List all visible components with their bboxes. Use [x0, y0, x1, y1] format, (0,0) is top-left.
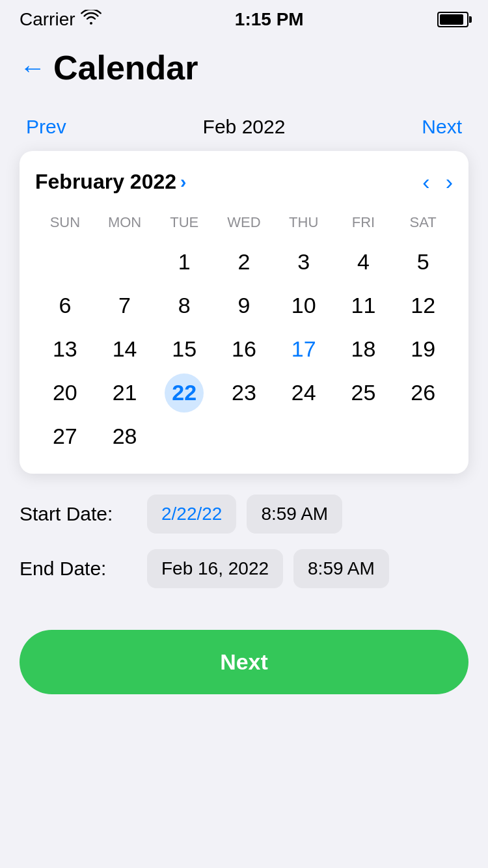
calendar-day-23[interactable]: 23	[214, 371, 274, 414]
end-date-row: End Date: Feb 16, 2022 8:59 AM	[20, 549, 468, 588]
month-nav-bar: Prev Feb 2022 Next	[0, 103, 488, 151]
calendar-day-14[interactable]: 14	[95, 327, 155, 371]
calendar-day-10[interactable]: 10	[274, 284, 334, 327]
calendar-day-empty	[274, 414, 334, 458]
calendar-header: February 2022 › ‹ ›	[35, 169, 453, 195]
weekday-sat: SAT	[393, 210, 453, 235]
calendar-day-15[interactable]: 15	[154, 327, 214, 371]
calendar-day-25[interactable]: 25	[334, 371, 394, 414]
calendar-day-empty	[393, 414, 453, 458]
date-fields: Start Date: 2/22/22 8:59 AM End Date: Fe…	[0, 474, 488, 588]
prev-month-button[interactable]: Prev	[26, 116, 66, 138]
next-month-button[interactable]: Next	[422, 116, 462, 138]
calendar-weekdays: SUN MON TUE WED THU FRI SAT	[35, 210, 453, 235]
calendar-day-18[interactable]: 18	[334, 327, 394, 371]
calendar-day-20[interactable]: 20	[35, 371, 95, 414]
calendar-day-13[interactable]: 13	[35, 327, 95, 371]
calendar-day-28[interactable]: 28	[95, 414, 155, 458]
weekday-wed: WED	[214, 210, 274, 235]
end-date-value[interactable]: Feb 16, 2022	[147, 549, 283, 588]
start-date-row: Start Date: 2/22/22 8:59 AM	[20, 495, 468, 534]
calendar-day-5[interactable]: 5	[393, 240, 453, 284]
calendar-day-2[interactable]: 2	[214, 240, 274, 284]
status-time: 1:15 PM	[235, 9, 304, 30]
start-date-value[interactable]: 2/22/22	[147, 495, 236, 534]
back-button[interactable]: ←	[20, 55, 46, 81]
weekday-thu: THU	[274, 210, 334, 235]
calendar-prev-button[interactable]: ‹	[422, 169, 429, 195]
battery-icon	[437, 12, 468, 27]
next-button-container: Next	[0, 604, 488, 720]
header: ← Calendar	[0, 35, 488, 103]
calendar-day-16[interactable]: 16	[214, 327, 274, 371]
start-time-value[interactable]: 8:59 AM	[247, 495, 342, 534]
weekday-fri: FRI	[334, 210, 394, 235]
weekday-mon: MON	[95, 210, 155, 235]
carrier: Carrier	[20, 9, 102, 30]
calendar-popup: February 2022 › ‹ › SUN MON TUE WED THU …	[20, 151, 468, 474]
calendar-day-9[interactable]: 9	[214, 284, 274, 327]
weekday-tue: TUE	[154, 210, 214, 235]
calendar-day-empty	[334, 414, 394, 458]
calendar-day-17-today[interactable]: 17	[274, 327, 334, 371]
calendar-day-22-selected[interactable]: 22	[154, 371, 214, 414]
calendar-day-27[interactable]: 27	[35, 414, 95, 458]
wifi-icon	[81, 9, 102, 30]
calendar-day-empty	[154, 414, 214, 458]
end-time-value[interactable]: 8:59 AM	[293, 549, 389, 588]
start-date-label: Start Date:	[20, 503, 137, 525]
calendar-nav: ‹ ›	[422, 169, 453, 195]
calendar-day-4[interactable]: 4	[334, 240, 394, 284]
weekday-sun: SUN	[35, 210, 95, 235]
calendar-day-empty	[95, 240, 155, 284]
calendar-day-26[interactable]: 26	[393, 371, 453, 414]
next-button[interactable]: Next	[20, 630, 468, 694]
calendar-day-8[interactable]: 8	[154, 284, 214, 327]
calendar-day-6[interactable]: 6	[35, 284, 95, 327]
calendar-day-12[interactable]: 12	[393, 284, 453, 327]
status-bar: Carrier 1:15 PM	[0, 0, 488, 35]
calendar-day-24[interactable]: 24	[274, 371, 334, 414]
calendar-grid: 1 2 3 4 5 6 7 8 9 10 11 12 13 14 15 16 1…	[35, 240, 453, 458]
calendar-month-chevron-icon[interactable]: ›	[180, 172, 186, 193]
calendar-day-21[interactable]: 21	[95, 371, 155, 414]
page-title: Calendar	[53, 48, 198, 87]
calendar-day-19[interactable]: 19	[393, 327, 453, 371]
calendar-day-3[interactable]: 3	[274, 240, 334, 284]
calendar-day-7[interactable]: 7	[95, 284, 155, 327]
calendar-month-title: February 2022 ›	[35, 170, 186, 194]
end-date-label: End Date:	[20, 558, 137, 580]
month-nav-label: Feb 2022	[203, 116, 286, 138]
calendar-day-empty	[214, 414, 274, 458]
calendar-day-empty	[35, 240, 95, 284]
battery-fill	[440, 14, 463, 25]
calendar-day-1[interactable]: 1	[154, 240, 214, 284]
calendar-next-button[interactable]: ›	[446, 169, 453, 195]
calendar-day-11[interactable]: 11	[334, 284, 394, 327]
